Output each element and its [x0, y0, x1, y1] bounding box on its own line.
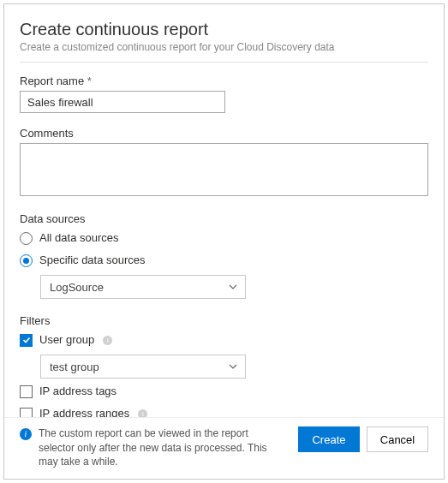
comments-input[interactable] [20, 143, 428, 196]
dropdown-value: LogSource [50, 281, 104, 294]
check-icon [22, 336, 31, 344]
info-icon-blue: i [20, 428, 32, 440]
checkbox-icon-checked [20, 334, 33, 347]
info-icon[interactable]: i [138, 409, 147, 418]
page-subtitle: Create a customized continuous report fo… [20, 41, 428, 53]
user-group-dropdown[interactable]: test group [40, 355, 246, 379]
checkbox-ip-tags[interactable]: IP address tags [20, 384, 428, 399]
dialog-content: Create continuous report Create a custom… [4, 4, 444, 417]
comments-label: Comments [20, 127, 428, 140]
create-button[interactable]: Create [298, 426, 360, 452]
dropdown-value: test group [50, 361, 99, 373]
radio-label: Specific data sources [39, 253, 146, 268]
radio-label: All data sources [39, 230, 119, 246]
checkbox-label: User group [39, 332, 94, 348]
checkbox-label: IP address ranges [39, 406, 129, 417]
page-title: Create continuous report [20, 20, 428, 39]
checkbox-icon [20, 385, 33, 398]
chevron-down-icon [228, 361, 238, 372]
radio-icon-selected [20, 254, 33, 267]
checkbox-user-group[interactable]: User group i [20, 332, 428, 348]
checkbox-ip-ranges[interactable]: IP address ranges i [20, 406, 428, 417]
report-name-input[interactable] [20, 91, 225, 113]
footer-info-text: The custom report can be viewed in the r… [39, 426, 291, 468]
cancel-button[interactable]: Cancel [367, 426, 428, 452]
data-source-dropdown[interactable]: LogSource [40, 275, 246, 299]
checkbox-icon [20, 408, 33, 418]
radio-icon [20, 232, 33, 245]
report-name-label: Report name [20, 75, 428, 87]
create-report-dialog: Create continuous report Create a custom… [3, 3, 445, 480]
chevron-down-icon [228, 282, 238, 292]
button-group: Create Cancel [298, 426, 428, 452]
data-sources-label: Data sources [20, 212, 428, 225]
radio-all-sources[interactable]: All data sources [20, 230, 428, 246]
filters-label: Filters [20, 314, 428, 327]
divider [20, 62, 428, 63]
checkbox-label: IP address tags [39, 384, 116, 399]
dialog-footer: i The custom report can be viewed in the… [4, 417, 444, 479]
info-icon[interactable]: i [103, 336, 112, 345]
radio-specific-sources[interactable]: Specific data sources [20, 253, 428, 268]
